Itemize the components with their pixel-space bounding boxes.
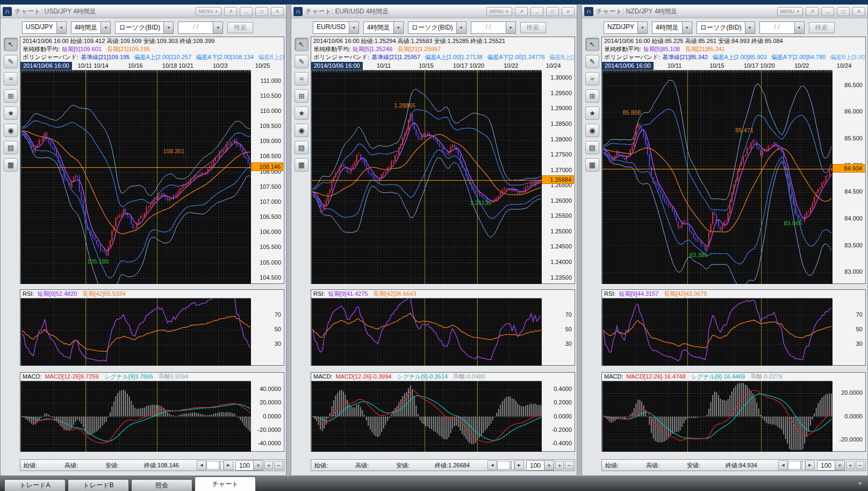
marks-tool-button[interactable]: ★	[585, 106, 599, 120]
scrollbar-thumb[interactable]	[510, 461, 512, 469]
scroll-right-button[interactable]: ▶	[514, 460, 524, 470]
close-button[interactable]: ×	[852, 7, 865, 16]
cursor-tool-button[interactable]: ↖	[585, 38, 599, 51]
pair-select[interactable]: NZD/JPY▼	[604, 22, 648, 34]
zoom-out-button[interactable]: −	[565, 461, 573, 469]
tab-inquiry[interactable]: 照会	[131, 479, 192, 491]
view-tool-button[interactable]: ◉	[295, 124, 309, 137]
chart-type-select[interactable]: ローソク(BID)▼	[115, 22, 174, 34]
popout-button[interactable]: ↗	[806, 7, 819, 16]
maximize-button[interactable]: □	[837, 7, 850, 16]
price-chart-plot[interactable]	[602, 70, 832, 283]
scrollbar-track[interactable]	[788, 461, 805, 469]
export-tool-button[interactable]: ▦	[585, 158, 599, 172]
bar-count-select[interactable]: 100▼	[235, 460, 263, 471]
window-titlebar[interactable]: ∩ チャート: NZD/JPY 4時間足 MENU▼ ↗ ＿ □ ×	[582, 5, 867, 18]
window-titlebar[interactable]: ∩ チャート: USD/JPY 4時間足 MENU▼ ↗ ＿ □ ×	[1, 5, 286, 18]
rsi-chart-plot[interactable]	[602, 298, 832, 365]
indicator-tool-button[interactable]: ≈	[4, 72, 18, 86]
scale-tool-button[interactable]: ⊞	[4, 89, 18, 103]
price-chart-plot[interactable]	[311, 70, 541, 283]
pair-select[interactable]: EUR/USD▼	[313, 22, 359, 34]
scroll-left-button[interactable]: ◀	[197, 460, 206, 470]
zoom-out-button[interactable]: −	[274, 461, 283, 469]
indicator-tool-button[interactable]: ≈	[585, 72, 599, 86]
popout-button[interactable]: ↗	[515, 7, 528, 16]
add-icon[interactable]: ＋	[856, 479, 864, 488]
scroll-right-button[interactable]: ▶	[224, 460, 233, 470]
search-button[interactable]: 検索	[227, 22, 253, 33]
price-chart-canvas[interactable]	[312, 70, 542, 284]
macd-chart-plot[interactable]	[602, 381, 832, 451]
chart-type-select[interactable]: ローソク(BID)▼	[697, 22, 755, 34]
zoom-in-button[interactable]: ＋	[555, 461, 564, 469]
date-input[interactable]: / /▼	[471, 22, 516, 34]
pair-select[interactable]: USD/JPY▼	[22, 22, 67, 34]
close-button[interactable]: ×	[271, 7, 284, 16]
search-button[interactable]: 検索	[520, 22, 546, 33]
zoom-in-button[interactable]: ＋	[264, 461, 273, 469]
zoom-in-button[interactable]: ＋	[846, 461, 855, 469]
view-tool-button[interactable]: ◉	[4, 124, 18, 137]
pencil-tool-button[interactable]: ✎	[585, 55, 599, 68]
macd-chart-canvas[interactable]	[602, 381, 833, 452]
marks-tool-button[interactable]: ★	[295, 106, 309, 120]
view-tool-button[interactable]: ◉	[585, 124, 599, 137]
scrollbar-thumb[interactable]	[800, 461, 802, 469]
scrollbar-thumb[interactable]	[219, 461, 221, 469]
print-tool-button[interactable]: ▤	[295, 141, 309, 154]
cursor-tool-button[interactable]: ↖	[295, 38, 309, 51]
print-tool-button[interactable]: ▤	[4, 141, 18, 154]
price-chart-canvas[interactable]	[21, 70, 251, 284]
scrollbar-track[interactable]	[206, 461, 224, 469]
timeframe-select[interactable]: 4時間足▼	[363, 22, 404, 34]
bar-count-select[interactable]: 100▼	[817, 460, 845, 471]
tab-trade-b[interactable]: トレードB	[68, 479, 129, 491]
scale-tool-button[interactable]: ⊞	[295, 89, 309, 103]
macd-chart-plot[interactable]	[311, 381, 541, 451]
menu-button[interactable]: MENU▼	[777, 7, 803, 16]
scroll-right-button[interactable]: ▶	[805, 460, 815, 470]
scale-tool-button[interactable]: ⊞	[585, 89, 599, 103]
marks-tool-button[interactable]: ★	[4, 106, 18, 120]
maximize-button[interactable]: □	[255, 7, 268, 16]
search-button[interactable]: 検索	[809, 22, 835, 33]
rsi-chart-canvas[interactable]	[312, 298, 542, 366]
minimize-button[interactable]: ＿	[821, 7, 834, 16]
date-input[interactable]: / /▼	[759, 22, 805, 34]
scroll-left-button[interactable]: ◀	[487, 460, 497, 470]
minimize-button[interactable]: ＿	[240, 7, 253, 16]
scrollbar-track[interactable]	[497, 461, 514, 469]
scroll-left-button[interactable]: ◀	[778, 460, 788, 470]
pencil-tool-button[interactable]: ✎	[4, 55, 18, 68]
date-input[interactable]: / /▼	[178, 22, 223, 34]
print-tool-button[interactable]: ▤	[585, 141, 599, 154]
close-button[interactable]: ×	[562, 7, 575, 16]
popout-button[interactable]: ↗	[224, 7, 237, 16]
macd-chart-canvas[interactable]	[21, 381, 251, 452]
menu-button[interactable]: MENU▼	[486, 7, 512, 16]
menu-button[interactable]: MENU▼	[196, 7, 221, 16]
macd-chart-plot[interactable]	[20, 381, 250, 451]
chart-type-select[interactable]: ローソク(BID)▼	[408, 22, 467, 34]
price-chart-canvas[interactable]	[602, 70, 833, 284]
minimize-button[interactable]: ＿	[530, 7, 543, 16]
tab-trade-a[interactable]: トレードA	[4, 479, 66, 491]
rsi-chart-plot[interactable]	[311, 298, 541, 365]
price-chart-plot[interactable]	[20, 70, 250, 283]
zoom-out-button[interactable]: −	[856, 461, 864, 469]
rsi-chart-canvas[interactable]	[602, 298, 833, 366]
maximize-button[interactable]: □	[546, 7, 559, 16]
rsi-chart-canvas[interactable]	[21, 298, 251, 366]
window-titlebar[interactable]: ∩ チャート: EUR/USD 4時間足 MENU▼ ↗ ＿ □ ×	[291, 5, 577, 18]
macd-chart-canvas[interactable]	[312, 381, 542, 452]
timeframe-select[interactable]: 4時間足▼	[652, 22, 692, 34]
export-tool-button[interactable]: ▦	[4, 158, 18, 172]
bar-count-select[interactable]: 100▼	[526, 460, 554, 471]
tab-chart[interactable]: チャート	[195, 476, 256, 491]
export-tool-button[interactable]: ▦	[295, 158, 309, 172]
timeframe-select[interactable]: 4時間足▼	[71, 22, 111, 34]
cursor-tool-button[interactable]: ↖	[4, 38, 18, 51]
pencil-tool-button[interactable]: ✎	[295, 55, 309, 68]
indicator-tool-button[interactable]: ≈	[295, 72, 309, 86]
